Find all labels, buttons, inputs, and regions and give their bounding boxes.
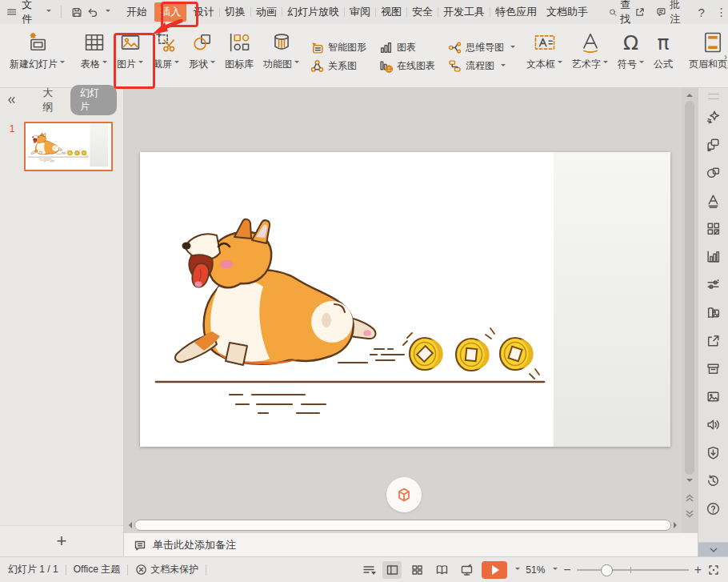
mindmap-button[interactable]: 思维导图 — [448, 41, 515, 54]
scroll-down-arrow-icon[interactable] — [686, 479, 693, 485]
sidebar-wordart-button[interactable] — [698, 187, 728, 215]
sidebar-picture-button[interactable] — [698, 383, 728, 411]
new-slide-button[interactable]: 新建幻灯片 — [5, 28, 70, 86]
play-options-caret-icon[interactable] — [515, 568, 520, 572]
sidebar-share-button[interactable] — [698, 327, 728, 355]
textbox-button[interactable]: 文本框 — [522, 28, 567, 86]
file-menu[interactable]: 文件 — [22, 0, 39, 26]
zoom-level[interactable]: 51% — [526, 564, 545, 576]
smart-art-button[interactable]: 智能图形 — [310, 41, 366, 54]
slideshow-view-button[interactable] — [457, 561, 476, 579]
tab-devtools[interactable]: 开发工具 — [438, 0, 490, 24]
screenshot-button[interactable]: 截屏 — [148, 28, 184, 86]
picture-button[interactable]: 图片 — [112, 28, 148, 86]
function-chart-button[interactable]: 功能图 — [258, 28, 304, 86]
share-icon[interactable] — [634, 6, 645, 18]
wordart-button[interactable]: 艺术字 — [567, 28, 613, 86]
slide-sorter-view-button[interactable] — [407, 561, 426, 579]
picture-icon — [706, 389, 721, 404]
fit-to-window-icon[interactable] — [707, 564, 720, 576]
tab-animation[interactable]: 动画 — [251, 0, 282, 24]
symbol-button[interactable]: Ω 符号 — [613, 28, 649, 86]
icon-library-button[interactable]: 图标库 — [220, 28, 258, 86]
vertical-scroll-thumb[interactable] — [685, 101, 694, 475]
header-footer-button[interactable]: 页眉和页脚 — [684, 28, 728, 86]
sidebar-template-button[interactable] — [698, 299, 728, 327]
sidebar-change-shape-button[interactable] — [698, 130, 728, 159]
notes-bar[interactable]: 单击此处添加备注 — [124, 532, 698, 556]
scroll-right-arrow-icon[interactable] — [674, 522, 680, 528]
more-button[interactable]: ⋮ — [716, 6, 727, 18]
sidebar-drag-handle[interactable] — [708, 94, 719, 99]
zoom-caret-icon[interactable] — [553, 568, 558, 572]
sidebar-audio-button[interactable] — [698, 411, 728, 439]
previous-slide-button[interactable] — [684, 492, 695, 504]
horizontal-scroll-thumb[interactable] — [134, 520, 671, 531]
tab-slides[interactable]: 幻灯片 — [70, 85, 117, 115]
sidebar-components-button[interactable] — [698, 215, 728, 243]
sidebar-download-button[interactable] — [698, 439, 728, 467]
sidebar-history-button[interactable] — [698, 467, 728, 495]
slide-thumbnail-art — [26, 123, 108, 167]
shapes-button[interactable]: 形状 — [184, 28, 220, 86]
normal-view-button[interactable] — [382, 561, 402, 579]
tab-home[interactable]: 开始 — [122, 0, 152, 24]
collapse-panel-icon[interactable] — [6, 94, 17, 106]
zoom-in-button[interactable]: + — [694, 564, 702, 576]
sidebar-merge-shapes-button[interactable] — [698, 159, 728, 187]
relation-chart-button[interactable]: 关系图 — [310, 59, 366, 73]
docer-logo[interactable] — [386, 477, 422, 512]
tab-view[interactable]: 视图 — [376, 0, 406, 24]
editing-canvas[interactable] — [124, 88, 682, 532]
reading-view-button[interactable] — [432, 561, 451, 579]
screenshot-icon — [154, 30, 178, 55]
tab-review[interactable]: 审阅 — [345, 0, 375, 24]
sidebar-adjust-button[interactable] — [698, 271, 728, 299]
scroll-left-arrow-icon[interactable] — [126, 522, 132, 528]
undo-icon[interactable] — [87, 6, 98, 19]
global-menu-icon[interactable] — [6, 6, 17, 18]
play-slideshow-button[interactable] — [482, 561, 507, 579]
tab-slideshow[interactable]: 幻灯片放映 — [282, 0, 344, 24]
tab-design[interactable]: 设计 — [189, 0, 219, 24]
help-button[interactable]: ? — [698, 6, 704, 19]
protection-status[interactable]: 文档未保护 — [150, 563, 198, 576]
sidebar-help-button[interactable] — [698, 495, 728, 523]
table-button[interactable]: 表格 — [76, 28, 112, 86]
sidebar-resource-box-button[interactable] — [698, 355, 728, 383]
search-button[interactable]: 查找 — [609, 0, 634, 26]
horizontal-scrollbar[interactable] — [124, 520, 682, 531]
tab-special-apps[interactable]: 特色应用 — [490, 0, 542, 24]
save-icon[interactable] — [71, 6, 82, 19]
tab-security[interactable]: 安全 — [407, 0, 438, 24]
tab-transition[interactable]: 切换 — [220, 0, 250, 24]
tab-doc-assistant[interactable]: 文档助手 — [542, 0, 593, 24]
next-slide-button[interactable] — [684, 508, 695, 520]
formula-button[interactable]: π 公式 — [649, 28, 678, 86]
ribbon-overflow-button[interactable]: › — [724, 51, 727, 62]
scroll-up-arrow-icon[interactable] — [686, 90, 693, 97]
slide-thumbnail[interactable] — [24, 122, 113, 171]
flowchart-button[interactable]: 流程图 — [448, 59, 515, 73]
comment-button[interactable]: 批注 — [656, 0, 686, 26]
zoom-slider-track — [577, 569, 689, 571]
theme-name[interactable]: Office 主题 — [74, 563, 120, 576]
file-menu-caret-icon[interactable] — [46, 10, 51, 14]
slide-thumbnail-row: 1 — [0, 122, 123, 171]
tab-insert[interactable]: 插入 — [154, 2, 186, 22]
chart-button[interactable]: 图表 — [379, 41, 435, 54]
online-chart-button[interactable]: 在线图表 — [379, 59, 435, 73]
zoom-slider-knob[interactable] — [601, 564, 613, 576]
slide-artwork-corgi-coins[interactable] — [140, 152, 670, 447]
sidebar-collapse-button[interactable] — [698, 542, 728, 556]
zoom-slider[interactable] — [577, 562, 689, 578]
slide-1[interactable] — [140, 152, 670, 447]
tab-outline[interactable]: 大纲 — [42, 86, 62, 114]
add-slide-button[interactable]: + — [0, 525, 123, 556]
sidebar-ai-assistant-button[interactable] — [698, 102, 728, 130]
sidebar-chart-button[interactable] — [698, 243, 728, 271]
zoom-out-button[interactable]: − — [563, 564, 570, 576]
notes-toggle-icon[interactable] — [362, 564, 377, 576]
undo-caret-icon[interactable] — [106, 10, 110, 14]
vertical-scrollbar[interactable] — [682, 88, 698, 532]
